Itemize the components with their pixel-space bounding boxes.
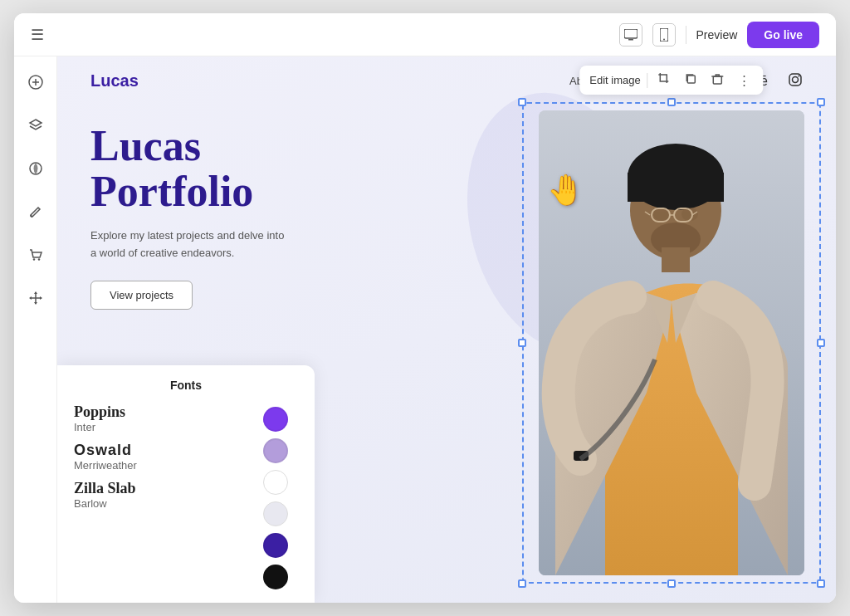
font-item-poppins[interactable]: Poppins Inter	[74, 403, 253, 433]
handle-bottom-right[interactable]	[817, 579, 825, 588]
delete-button[interactable]	[708, 71, 728, 90]
left-sidebar	[14, 56, 57, 603]
fonts-panel: Fonts Poppins Inter Oswald Merriweather …	[57, 365, 315, 603]
main-area: Lucas About me Projects Contact Bē	[14, 56, 836, 603]
svg-marker-18	[40, 296, 42, 300]
svg-point-12	[37, 258, 39, 260]
cursor-hand-icon: 🤚	[547, 173, 584, 208]
svg-point-21	[799, 75, 800, 76]
font-barlow-name: Barlow	[74, 497, 253, 510]
handle-middle-left[interactable]	[518, 339, 526, 347]
svg-rect-36	[662, 247, 690, 272]
swatch-deep-purple[interactable]	[263, 533, 288, 558]
font-item-oswald[interactable]: Oswald Merriweather	[74, 442, 253, 472]
svg-rect-22	[688, 76, 696, 83]
image-selection-wrapper[interactable]: Edit image ⋮	[522, 102, 821, 584]
edit-image-label: Edit image	[589, 74, 640, 86]
sidebar-cart-icon[interactable]	[23, 242, 48, 267]
swatch-black[interactable]	[263, 565, 288, 589]
panel-title: Fonts	[74, 379, 298, 392]
hamburger-icon[interactable]: ☰	[31, 26, 44, 44]
swatch-purple-light[interactable]	[263, 438, 288, 463]
hero-subtitle: Explore my latest projects and delve int…	[90, 227, 290, 262]
canvas-area: Lucas About me Projects Contact Bē	[57, 56, 836, 603]
desktop-icon[interactable]	[619, 23, 642, 46]
site-logo: Lucas	[90, 71, 139, 90]
swatch-white[interactable]	[263, 470, 288, 495]
more-options-button[interactable]: ⋮	[735, 71, 754, 90]
svg-point-20	[793, 76, 799, 82]
golive-button[interactable]: Go live	[747, 22, 819, 48]
top-bar: ☰ Preview Go live	[14, 13, 836, 56]
swatch-light-lavender[interactable]	[263, 501, 288, 526]
sidebar-layers-icon[interactable]	[23, 113, 48, 138]
handle-top-left[interactable]	[518, 98, 526, 106]
handle-top-right[interactable]	[817, 98, 825, 106]
handle-middle-right[interactable]	[817, 339, 825, 347]
handle-top-center[interactable]	[667, 98, 676, 106]
svg-rect-27	[628, 173, 724, 202]
fonts-list: Poppins Inter Oswald Merriweather Zilla …	[74, 403, 253, 589]
svg-marker-16	[34, 302, 37, 305]
handle-bottom-center[interactable]	[667, 579, 676, 588]
font-poppins-name: Poppins	[74, 403, 253, 421]
svg-marker-15	[34, 291, 37, 294]
sidebar-add-icon[interactable]	[23, 70, 48, 95]
font-oswald-name: Oswald	[74, 442, 253, 459]
colors-panel	[253, 403, 298, 589]
sidebar-edit-icon[interactable]	[23, 199, 48, 224]
image-toolbar: Edit image ⋮	[579, 66, 763, 95]
sidebar-colors-icon[interactable]	[23, 156, 48, 181]
svg-rect-1	[628, 39, 633, 41]
swatch-purple-dark[interactable]	[263, 407, 288, 432]
app-window: ☰ Preview Go live	[14, 13, 836, 603]
font-item-zillaslab[interactable]: Zilla Slab Barlow	[74, 480, 253, 510]
svg-marker-7	[30, 120, 42, 126]
font-zillaslab-name: Zilla Slab	[74, 480, 253, 497]
font-inter-name: Inter	[74, 421, 253, 433]
crop-button[interactable]	[655, 71, 675, 90]
duplicate-button[interactable]	[681, 71, 701, 90]
svg-rect-0	[624, 29, 638, 38]
mobile-icon[interactable]	[652, 23, 676, 46]
svg-point-3	[663, 38, 665, 40]
svg-marker-17	[29, 296, 32, 300]
handle-bottom-left[interactable]	[518, 579, 526, 588]
sidebar-move-icon[interactable]	[23, 286, 48, 310]
svg-rect-23	[714, 76, 722, 84]
preview-button[interactable]: Preview	[696, 28, 738, 42]
nav-instagram-icon	[788, 72, 803, 90]
font-merriweather-name: Merriweather	[74, 459, 253, 472]
svg-point-11	[32, 258, 34, 260]
hero-cta-button[interactable]: View projects	[90, 281, 193, 310]
